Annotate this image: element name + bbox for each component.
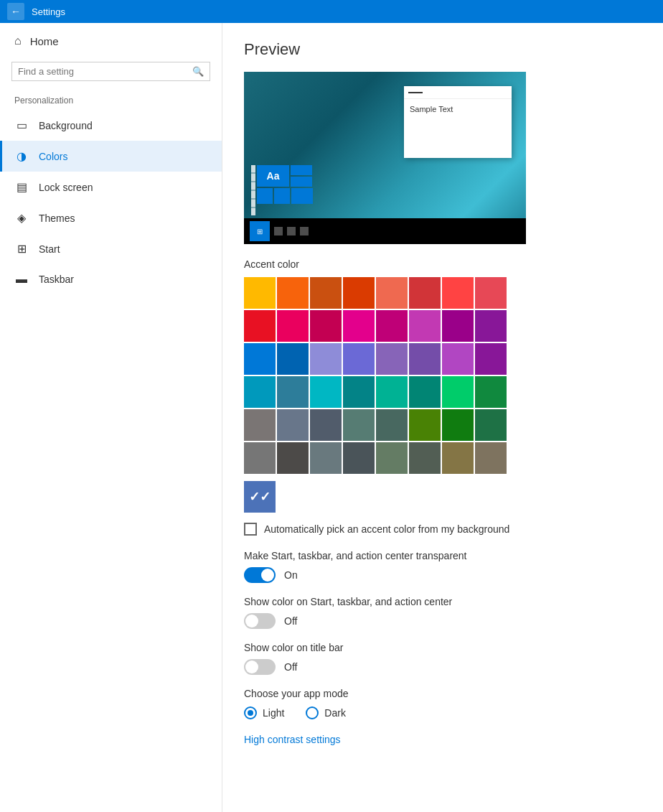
color-swatch-19[interactable]	[343, 343, 375, 375]
preview-box: Aa	[244, 72, 526, 244]
transparent-toggle-section: Make Start, taskbar, and action center t…	[244, 550, 641, 583]
sidebar-item-taskbar[interactable]: ▬ Taskbar	[0, 264, 222, 294]
lockscreen-icon: ▤	[14, 180, 29, 194]
taskbar-icon: ▬	[14, 273, 29, 286]
search-box[interactable]: 🔍	[11, 62, 210, 81]
color-swatch-6[interactable]	[442, 277, 474, 309]
color-swatch-27[interactable]	[343, 376, 375, 408]
preview-window-titlebar	[404, 86, 512, 99]
preview-tiles: Aa	[251, 165, 313, 215]
transparent-toggle-knob	[261, 569, 274, 582]
custom-color-swatch[interactable]: ✓	[244, 481, 276, 513]
auto-pick-label: Automatically pick an accent color from …	[264, 523, 509, 535]
color-start-toggle[interactable]	[244, 613, 276, 629]
color-swatch-9[interactable]	[277, 310, 309, 342]
color-swatch-2[interactable]	[310, 277, 342, 309]
color-swatch-29[interactable]	[409, 376, 441, 408]
color-swatch-10[interactable]	[310, 310, 342, 342]
color-swatch-11[interactable]	[343, 310, 375, 342]
color-swatch-37[interactable]	[409, 409, 441, 441]
color-titlebar-toggle[interactable]	[244, 659, 276, 675]
color-swatch-30[interactable]	[442, 376, 474, 408]
color-swatch-18[interactable]	[310, 343, 342, 375]
background-icon: ▭	[14, 118, 29, 132]
color-swatch-39[interactable]	[475, 409, 507, 441]
app-body: ⌂ Home 🔍 Personalization ▭ Background ◑ …	[0, 23, 663, 812]
color-swatch-44[interactable]	[376, 442, 408, 474]
page-title: Preview	[244, 40, 641, 59]
color-swatch-36[interactable]	[376, 409, 408, 441]
color-swatch-28[interactable]	[376, 376, 408, 408]
color-titlebar-label: Show color on title bar	[244, 642, 641, 653]
taskbar-icon-2	[287, 227, 296, 235]
color-swatch-46[interactable]	[442, 442, 474, 474]
color-swatch-35[interactable]	[343, 409, 375, 441]
home-label: Home	[30, 35, 59, 47]
color-swatch-20[interactable]	[376, 343, 408, 375]
color-swatch-8[interactable]	[244, 310, 276, 342]
color-grid	[244, 277, 641, 474]
sidebar-item-themes[interactable]: ◈ Themes	[0, 202, 222, 233]
search-input[interactable]	[18, 66, 192, 77]
color-swatch-42[interactable]	[310, 442, 342, 474]
color-titlebar-toggle-row: Off	[244, 659, 641, 675]
color-swatch-40[interactable]	[244, 442, 276, 474]
color-swatch-17[interactable]	[277, 343, 309, 375]
color-swatch-33[interactable]	[277, 409, 309, 441]
color-swatch-31[interactable]	[475, 376, 507, 408]
transparent-label: Make Start, taskbar, and action center t…	[244, 550, 641, 561]
sidebar-item-background[interactable]: ▭ Background	[0, 110, 222, 141]
main-content: Preview	[222, 23, 663, 812]
color-swatch-25[interactable]	[277, 376, 309, 408]
color-swatch-24[interactable]	[244, 376, 276, 408]
color-swatch-21[interactable]	[409, 343, 441, 375]
color-swatch-1[interactable]	[277, 277, 309, 309]
color-swatch-7[interactable]	[475, 277, 507, 309]
color-swatch-22[interactable]	[442, 343, 474, 375]
themes-icon: ◈	[14, 211, 29, 225]
color-swatch-5[interactable]	[409, 277, 441, 309]
sidebar-item-lockscreen[interactable]: ▤ Lock screen	[0, 172, 222, 202]
color-swatch-38[interactable]	[442, 409, 474, 441]
sidebar-item-home[interactable]: ⌂ Home	[0, 23, 222, 59]
sidebar-item-start[interactable]: ⊞ Start	[0, 233, 222, 264]
preview-taskbar: ⊞	[244, 218, 526, 244]
sidebar-item-colors[interactable]: ◑ Colors	[0, 141, 222, 172]
color-swatch-41[interactable]	[277, 442, 309, 474]
color-swatch-32[interactable]	[244, 409, 276, 441]
radio-dark-label: Dark	[324, 707, 346, 719]
radio-option-dark[interactable]: Dark	[306, 706, 346, 719]
color-swatch-43[interactable]	[343, 442, 375, 474]
color-swatch-47[interactable]	[475, 442, 507, 474]
transparent-toggle[interactable]	[244, 567, 276, 583]
color-swatch-15[interactable]	[475, 310, 507, 342]
color-titlebar-toggle-section: Show color on title bar Off	[244, 642, 641, 675]
color-swatch-23[interactable]	[475, 343, 507, 375]
color-swatch-16[interactable]	[244, 343, 276, 375]
high-contrast-link[interactable]: High contrast settings	[244, 734, 341, 745]
search-icon: 🔍	[192, 66, 204, 77]
auto-pick-checkbox[interactable]	[244, 523, 257, 536]
color-swatch-34[interactable]	[310, 409, 342, 441]
color-swatch-0[interactable]	[244, 277, 276, 309]
color-swatch-12[interactable]	[376, 310, 408, 342]
color-start-toggle-row: Off	[244, 613, 641, 629]
sidebar-item-taskbar-label: Taskbar	[39, 274, 74, 285]
color-swatch-3[interactable]	[343, 277, 375, 309]
color-start-toggle-knob	[245, 615, 258, 627]
sidebar-item-background-label: Background	[39, 120, 93, 131]
taskbar-icon-1	[274, 227, 283, 235]
color-swatch-13[interactable]	[409, 310, 441, 342]
color-swatch-4[interactable]	[376, 277, 408, 309]
back-button[interactable]: ←	[7, 3, 24, 20]
color-swatch-14[interactable]	[442, 310, 474, 342]
transparent-state: On	[284, 569, 298, 581]
radio-light-label: Light	[263, 707, 284, 719]
preview-start-button: ⊞	[250, 221, 270, 241]
sidebar-item-colors-label: Colors	[39, 151, 67, 162]
radio-option-light[interactable]: Light	[244, 706, 284, 719]
color-swatch-45[interactable]	[409, 442, 441, 474]
preview-window: Sample Text	[404, 86, 512, 158]
color-titlebar-state: Off	[284, 661, 297, 673]
color-swatch-26[interactable]	[310, 376, 342, 408]
